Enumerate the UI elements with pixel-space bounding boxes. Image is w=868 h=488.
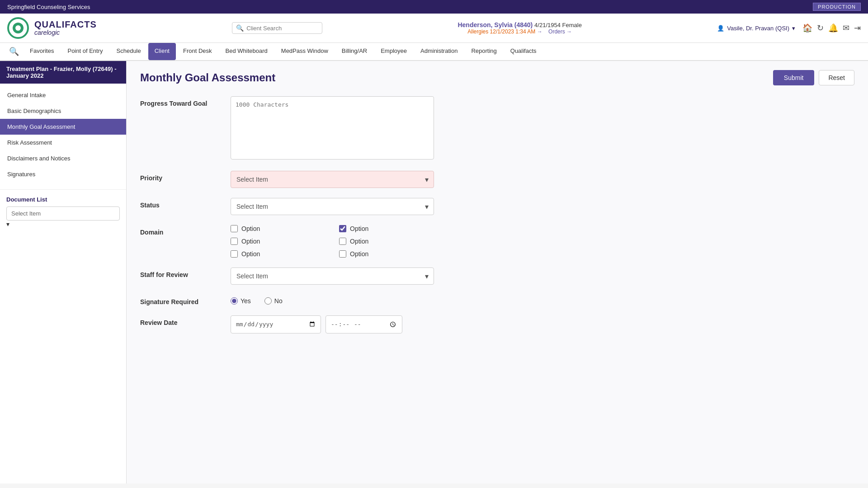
domain-option-4[interactable]: Option bbox=[339, 238, 434, 245]
staff-select-wrapper: Select Item ▾ bbox=[231, 267, 434, 285]
domain-option-5[interactable]: Option bbox=[231, 250, 326, 258]
domain-checkbox-3[interactable] bbox=[231, 238, 238, 245]
progress-field bbox=[231, 96, 434, 161]
domain-option-6-label: Option bbox=[350, 250, 368, 258]
progress-textarea[interactable] bbox=[231, 96, 434, 160]
progress-label: Progress Toward Goal bbox=[140, 96, 222, 107]
domain-checkbox-4[interactable] bbox=[339, 238, 346, 245]
client-info: Henderson, Sylvia (4840) 4/21/1954 Femal… bbox=[458, 21, 581, 35]
signature-required-row: Signature Required Yes No bbox=[140, 295, 854, 305]
logo-carelogic-text: carelogic bbox=[34, 29, 97, 36]
home-icon[interactable]: 🏠 bbox=[802, 23, 812, 33]
logo-text: QUALIFACTS carelogic bbox=[34, 19, 97, 36]
submit-button[interactable]: Submit bbox=[773, 70, 815, 85]
nav-search-icon[interactable]: 🔍 bbox=[5, 43, 23, 60]
nav-item-employee[interactable]: Employee bbox=[374, 43, 413, 60]
signature-yes-radio[interactable] bbox=[231, 297, 238, 305]
signature-radio-group: Yes No bbox=[231, 295, 434, 305]
sidebar-nav: General Intake Basic Demographics Monthl… bbox=[0, 84, 126, 186]
domain-checkbox-1[interactable] bbox=[231, 225, 238, 232]
client-search-bar[interactable]: 🔍 bbox=[232, 22, 322, 34]
env-badge: PRODUCTION bbox=[813, 3, 861, 11]
domain-option-2[interactable]: Option bbox=[339, 225, 434, 232]
sidebar-item-signatures[interactable]: Signatures bbox=[0, 166, 126, 182]
header: QUALIFACTS carelogic 🔍 Henderson, Sylvia… bbox=[0, 14, 868, 43]
logout-icon[interactable]: ⇥ bbox=[854, 23, 861, 33]
client-name: Henderson, Sylvia (4840) bbox=[458, 21, 533, 28]
priority-row: Priority Select Item ▾ bbox=[140, 171, 854, 188]
nav-item-schedule[interactable]: Schedule bbox=[110, 43, 147, 60]
domain-checkbox-5[interactable] bbox=[231, 250, 238, 258]
priority-label: Priority bbox=[140, 171, 222, 182]
review-date-label: Review Date bbox=[140, 315, 222, 326]
priority-select[interactable]: Select Item bbox=[231, 171, 434, 188]
sidebar-item-basic-demographics[interactable]: Basic Demographics bbox=[0, 103, 126, 119]
svg-point-2 bbox=[15, 25, 21, 31]
domain-checkbox-6[interactable] bbox=[339, 250, 346, 258]
document-list-label: Document List bbox=[6, 196, 120, 203]
review-date-field bbox=[231, 315, 434, 333]
signature-yes-option[interactable]: Yes bbox=[231, 297, 251, 305]
nav-item-billing-ar[interactable]: Billing/AR bbox=[335, 43, 373, 60]
sidebar-plan-title: Treatment Plan - Frazier, Molly (72649) … bbox=[0, 61, 126, 84]
reset-button[interactable]: Reset bbox=[819, 70, 854, 85]
allergies-label: Allergies 12/1/2023 1:34 AM bbox=[467, 28, 535, 35]
orders-arrow-link[interactable]: → bbox=[566, 28, 572, 35]
qualifacts-logo-icon bbox=[7, 17, 29, 39]
domain-option-3-label: Option bbox=[241, 238, 260, 245]
signature-no-radio[interactable] bbox=[264, 297, 272, 305]
search-icon: 🔍 bbox=[236, 24, 244, 32]
user-info[interactable]: 👤 Vasile, Dr. Pravan (QSI) ▾ bbox=[717, 25, 795, 32]
domain-option-3[interactable]: Option bbox=[231, 238, 326, 245]
nav-item-client[interactable]: Client bbox=[148, 43, 176, 60]
logo-area: QUALIFACTS carelogic bbox=[7, 17, 97, 39]
domain-checkbox-grid: Option Option Option Option bbox=[231, 225, 434, 258]
status-select[interactable]: Select Item bbox=[231, 198, 434, 215]
org-name: Springfield Counseling Services bbox=[7, 4, 90, 10]
domain-option-6[interactable]: Option bbox=[339, 250, 434, 258]
nav-item-medpass-window[interactable]: MedPass Window bbox=[275, 43, 335, 60]
nav-item-qualifacts[interactable]: Qualifacts bbox=[504, 43, 543, 60]
review-time-input[interactable] bbox=[326, 315, 402, 333]
bell-icon[interactable]: 🔔 bbox=[828, 23, 838, 33]
signature-no-label: No bbox=[274, 297, 283, 305]
nav-item-administration[interactable]: Administration bbox=[414, 43, 464, 60]
nav-bar: 🔍 Favorites Point of Entry Schedule Clie… bbox=[0, 43, 868, 61]
nav-item-front-desk[interactable]: Front Desk bbox=[177, 43, 218, 60]
user-name: Vasile, Dr. Pravan (QSI) bbox=[727, 25, 789, 32]
logo-qualifacts-text: QUALIFACTS bbox=[34, 19, 97, 29]
domain-checkbox-2[interactable] bbox=[339, 225, 346, 232]
sidebar: Treatment Plan - Frazier, Molly (72649) … bbox=[0, 61, 127, 483]
priority-select-wrapper: Select Item ▾ bbox=[231, 171, 434, 188]
priority-field: Select Item ▾ bbox=[231, 171, 434, 188]
user-dropdown-chevron: ▾ bbox=[792, 25, 795, 32]
document-list-chevron-icon: ▾ bbox=[6, 221, 9, 228]
staff-label: Staff for Review bbox=[140, 267, 222, 278]
page-title: Monthly Goal Assessment bbox=[140, 71, 275, 84]
nav-item-favorites[interactable]: Favorites bbox=[24, 43, 60, 60]
refresh-icon[interactable]: ↻ bbox=[817, 23, 824, 33]
sidebar-item-monthly-goal-assessment[interactable]: Monthly Goal Assessment bbox=[0, 119, 126, 135]
content-header: Monthly Goal Assessment Submit Reset bbox=[140, 70, 854, 85]
domain-option-1[interactable]: Option bbox=[231, 225, 326, 232]
domain-option-4-label: Option bbox=[350, 238, 368, 245]
nav-item-bed-whiteboard[interactable]: Bed Whiteboard bbox=[219, 43, 274, 60]
client-search-input[interactable] bbox=[246, 25, 318, 32]
review-date-row: Review Date bbox=[140, 315, 854, 333]
sidebar-item-risk-assessment[interactable]: Risk Assessment bbox=[0, 135, 126, 150]
sidebar-item-disclaimers-and-notices[interactable]: Disclaimers and Notices bbox=[0, 150, 126, 166]
mail-icon[interactable]: ✉ bbox=[843, 23, 849, 33]
signature-label: Signature Required bbox=[140, 295, 222, 305]
domain-option-2-label: Option bbox=[350, 225, 368, 232]
document-list-select[interactable]: Select Item bbox=[6, 206, 120, 221]
nav-item-point-of-entry[interactable]: Point of Entry bbox=[61, 43, 109, 60]
staff-select[interactable]: Select Item bbox=[231, 267, 434, 285]
orders-link[interactable]: Orders bbox=[548, 28, 565, 35]
allergies-link[interactable]: → bbox=[537, 28, 542, 35]
review-date-input[interactable] bbox=[231, 315, 321, 333]
nav-item-reporting[interactable]: Reporting bbox=[465, 43, 503, 60]
signature-no-option[interactable]: No bbox=[264, 297, 283, 305]
domain-row: Domain Option Option Option bbox=[140, 225, 854, 258]
staff-field: Select Item ▾ bbox=[231, 267, 434, 285]
sidebar-item-general-intake[interactable]: General Intake bbox=[0, 87, 126, 103]
